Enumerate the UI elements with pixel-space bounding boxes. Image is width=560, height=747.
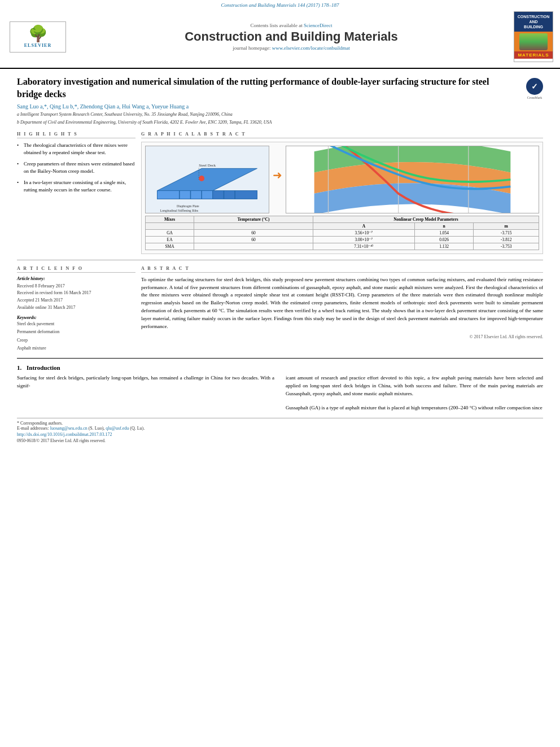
journal-header: Construction and Building Materials 144 … <box>0 0 560 69</box>
article-info-heading: A R T I C L E I N F O <box>17 266 135 273</box>
graphical-abstract-col: G R A P H I C A L A B S T R A C T <box>141 132 543 254</box>
table-row-sma: SMA 7.31×10⁻¹⁰ 1.132 -3.753 <box>146 243 539 250</box>
crossmark-label: CrossMark <box>527 96 542 99</box>
intro-section: Surfacing for steel deck bridges, partic… <box>17 374 543 412</box>
elsevier-logo: 🌳 ELSEVIER <box>7 21 69 53</box>
intro-left-text: Surfacing for steel deck bridges, partic… <box>17 374 274 390</box>
journal-logo-row: 🌳 ELSEVIER Contents lists available at S… <box>0 9 560 64</box>
graphical-abstract-inner: Steel Deck Diaphragm Plate Longitudinal … <box>145 146 539 213</box>
journal-top-bar: Construction and Building Materials 144 … <box>0 0 560 9</box>
journal-center: Contents lists available at ScienceDirec… <box>69 23 514 51</box>
email-1-name: (S. Luo), <box>89 426 105 431</box>
graphical-arrow: ➜ <box>273 168 282 182</box>
main-divider <box>17 358 543 359</box>
graph-panel <box>286 146 539 213</box>
article-info-abstract-row: A R T I C L E I N F O Article history: R… <box>17 266 543 353</box>
journal-homepage: journal homepage: www.elsevier.com/locat… <box>75 45 508 51</box>
abstract-col: A B S T R A C T To optimize the surfacin… <box>141 266 543 353</box>
abstract-text: To optimize the surfacing structures for… <box>141 276 543 331</box>
svg-text:Diaphragm Plate: Diaphragm Plate <box>177 204 199 208</box>
article-dates: Received 8 February 2017 Received in rev… <box>17 283 135 312</box>
corresponding-note: * Corresponding authors. <box>17 421 543 426</box>
footnote-area: * Corresponding authors. E-mail addresse… <box>17 418 543 443</box>
section-title-text: Introduction <box>27 364 60 371</box>
email-label: E-mail addresses: <box>17 426 49 431</box>
svg-rect-1 <box>158 190 213 199</box>
accepted-date: Accepted 21 March 2017 <box>17 297 135 304</box>
email-1[interactable]: luosang@seu.edu.cn <box>50 426 88 431</box>
col-mixes: Mixes <box>146 216 194 222</box>
col-params: Nonlinear Creep Model Parameters <box>313 216 539 222</box>
contents-label: Contents lists available at ScienceDirec… <box>75 23 508 28</box>
keywords-label: Keywords: <box>17 315 135 320</box>
intro-right-text-2: Gussaphalt (GA) is a type of asphalt mix… <box>286 404 543 412</box>
elsevier-tree-icon: 🌳 <box>28 26 48 42</box>
keyword-1: Steel deck pavement <box>17 320 135 328</box>
email-2[interactable]: qlu@usf.edu <box>106 426 129 431</box>
copyright: © 2017 Elsevier Ltd. All rights reserved… <box>141 334 543 339</box>
affiliation-b: b Department of Civil and Environmental … <box>17 119 543 125</box>
section-divider-1 <box>17 260 543 260</box>
svg-text:Steel Deck: Steel Deck <box>199 163 216 167</box>
table-row-ga: GA 60 3.56×10⁻⁷ 1.054 -3.715 <box>146 229 539 236</box>
intro-section-title: 1. Introduction <box>17 364 543 371</box>
doi-footer: http://dx.doi.org/10.1016/j.conbuildmat.… <box>17 432 543 437</box>
article-info-col: A R T I C L E I N F O Article history: R… <box>17 266 135 353</box>
svg-text:Longitudinal Stiffening Ribs: Longitudinal Stiffening Ribs <box>160 209 198 212</box>
creep-params-table: Mixes Temperature (°C) Nonlinear Creep M… <box>145 216 539 250</box>
email-2-name: (Q. Lu). <box>130 426 145 431</box>
intro-right-text: icant amount of research and practice ef… <box>286 374 543 398</box>
elsevier-text: ELSEVIER <box>24 43 51 48</box>
highlights-col: H I G H L I G H T S The rheological char… <box>17 132 135 254</box>
highlight-item-2: Creep parameters of three mixes were est… <box>17 160 135 176</box>
cover-middle <box>514 32 553 51</box>
journal-cover: Construction and Building MATERIALS <box>514 11 553 62</box>
science-direct-link[interactable]: ScienceDirect <box>304 23 332 28</box>
col-temp: Temperature (°C) <box>194 216 313 222</box>
keywords-section: Keywords: Steel deck pavement Permanent … <box>17 315 135 353</box>
table-row-ea: EA 60 3.00×10⁻⁷ 0.026 -3.812 <box>146 236 539 243</box>
available-date: Available online 31 March 2017 <box>17 304 135 312</box>
highlights-abstract-row: H I G H L I G H T S The rheological char… <box>17 132 543 254</box>
contents-available: Contents lists available at <box>251 23 303 28</box>
keyword-3: Creep <box>17 337 135 344</box>
highlight-item-1: The rheological characteristics of three… <box>17 142 135 157</box>
paper-title: Laboratory investigation and numerical s… <box>17 76 526 100</box>
crossmark: ✓ CrossMark <box>526 78 543 99</box>
keywords-list: Steel deck pavement Permanent deformatio… <box>17 320 135 353</box>
highlight-item-3: In a two-layer structure consisting of a… <box>17 179 135 194</box>
abstract-heading: A B S T R A C T <box>141 266 543 273</box>
revised-date: Received in revised form 16 March 2017 <box>17 290 135 297</box>
svg-point-8 <box>199 176 204 181</box>
doi-link[interactable]: http://dx.doi.org/10.1016/j.conbuildmat.… <box>17 432 112 437</box>
intro-right: icant amount of research and practice ef… <box>286 374 543 412</box>
svg-marker-0 <box>158 168 257 190</box>
elsevier-logo-img: 🌳 ELSEVIER <box>10 21 66 53</box>
cover-image-placeholder <box>519 33 548 50</box>
authors: Sang Luo a,*, Qing Lu b,*, Zhendong Qian… <box>17 103 543 110</box>
intro-left: Surfacing for steel deck bridges, partic… <box>17 374 274 412</box>
paper-content: Laboratory investigation and numerical s… <box>0 69 560 449</box>
highlights-list: The rheological characteristics of three… <box>17 142 135 194</box>
received-date: Received 8 February 2017 <box>17 283 135 290</box>
section-number: 1. <box>17 364 21 371</box>
keyword-4: Asphalt mixture <box>17 344 135 352</box>
issn-line: 0950-0618/© 2017 Elsevier Ltd. All right… <box>17 438 543 443</box>
homepage-url[interactable]: www.elsevier.com/locate/conbuildmat <box>272 45 350 51</box>
keyword-2: Permanent deformation <box>17 328 135 336</box>
cover-title: Construction and Building <box>514 12 553 32</box>
article-history-label: Article history: <box>17 276 135 281</box>
bridge-diagram: Steel Deck Diaphragm Plate Longitudinal … <box>145 146 269 213</box>
highlights-heading: H I G H L I G H T S <box>17 132 135 138</box>
volume-info: Construction and Building Materials 144 … <box>221 2 339 8</box>
homepage-label: journal homepage: <box>233 45 270 51</box>
email-line: E-mail addresses: luosang@seu.edu.cn (S.… <box>17 426 543 431</box>
title-row: Laboratory investigation and numerical s… <box>17 76 543 100</box>
graphical-abstract-heading: G R A P H I C A L A B S T R A C T <box>141 132 543 138</box>
affiliation-a: a Intelligent Transport System Research … <box>17 111 543 117</box>
journal-title: Construction and Building Materials <box>75 29 508 44</box>
cover-materials: MATERIALS <box>514 51 553 59</box>
graphical-abstract-box: Steel Deck Diaphragm Plate Longitudinal … <box>141 142 543 254</box>
crossmark-icon: ✓ <box>526 78 543 95</box>
